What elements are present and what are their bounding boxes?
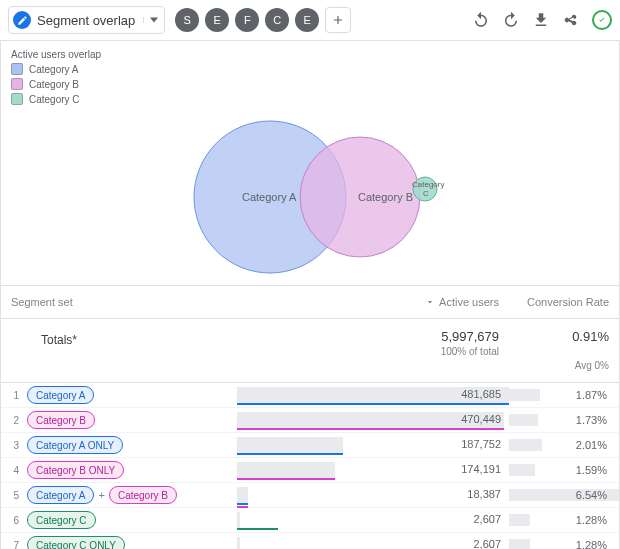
table-row: 4Category B ONLY174,1911.59% <box>1 458 619 483</box>
bar-cell: 187,752 <box>237 434 509 456</box>
table-row: 1Category A481,6851.87% <box>1 383 619 408</box>
conversion-value: 2.01% <box>576 439 607 451</box>
segment-chip[interactable]: Category A <box>27 386 94 404</box>
totals-active: 5,997,679 <box>247 329 499 344</box>
bar-cell: 174,191 <box>237 459 509 481</box>
legend-swatch <box>11 78 23 90</box>
segment-cell: Category B ONLY <box>27 458 237 482</box>
segment-chip[interactable]: Category B ONLY <box>27 461 124 479</box>
conversion-cell: 1.87% <box>509 389 619 401</box>
segment-cell: Category A+Category B <box>27 483 237 507</box>
conversion-cell: 6.54% <box>509 489 619 501</box>
bar-color <box>237 453 343 455</box>
bar-cell: 2,607 <box>237 534 509 549</box>
table-row: 7Category C ONLY2,6071.28% <box>1 533 619 549</box>
row-index: 6 <box>1 515 27 526</box>
conversion-value: 6.54% <box>576 489 607 501</box>
download-icon[interactable] <box>532 11 550 29</box>
sort-down-icon <box>425 297 435 307</box>
conversion-cell: 1.59% <box>509 464 619 476</box>
totals-row: Totals* 5,997,679 100% of total 0.91% Av… <box>1 319 619 383</box>
report-card: Active users overlap Category ACategory … <box>0 41 620 549</box>
conversion-bar <box>509 389 540 401</box>
tab-letter[interactable]: S <box>175 8 199 32</box>
row-index: 5 <box>1 490 27 501</box>
bar-main <box>237 537 240 549</box>
active-users-value: 470,449 <box>461 413 501 425</box>
segment-chip[interactable]: Category C <box>27 511 96 529</box>
totals-active-sub: 100% of total <box>441 346 499 357</box>
row-index: 7 <box>1 540 27 550</box>
redo-icon[interactable] <box>502 11 520 29</box>
report-title: Segment overlap <box>37 13 135 28</box>
legend-label: Category B <box>29 79 79 90</box>
active-users-value: 2,607 <box>473 513 501 525</box>
bar-main <box>237 512 240 528</box>
col-active-users[interactable]: Active users <box>237 286 509 318</box>
plus-separator: + <box>98 489 104 501</box>
share-icon[interactable] <box>562 11 580 29</box>
bar-main <box>237 437 343 453</box>
row-index: 1 <box>1 390 27 401</box>
bar-color <box>237 478 335 480</box>
venn-label-a: Category A <box>242 191 297 203</box>
conversion-value: 1.28% <box>576 514 607 526</box>
bar-color <box>237 503 248 505</box>
table-row: 5Category A+Category B18,3876.54% <box>1 483 619 508</box>
conversion-bar <box>509 539 530 549</box>
legend-swatch <box>11 63 23 75</box>
bar-cell: 481,685 <box>237 384 509 406</box>
title-dropdown-icon[interactable] <box>143 17 158 23</box>
edit-icon <box>13 11 31 29</box>
conversion-cell: 1.73% <box>509 414 619 426</box>
tab-letter[interactable]: E <box>295 8 319 32</box>
conversion-value: 1.87% <box>576 389 607 401</box>
tab-letter[interactable]: F <box>235 8 259 32</box>
legend: Active users overlap Category ACategory … <box>1 41 619 105</box>
bar-color <box>237 403 509 405</box>
tab-letter[interactable]: E <box>205 8 229 32</box>
conversion-value: 1.73% <box>576 414 607 426</box>
segment-chip[interactable]: Category B <box>27 411 95 429</box>
conversion-cell: 1.28% <box>509 514 619 526</box>
conversion-value: 1.28% <box>576 539 607 549</box>
bar-cell: 18,387 <box>237 484 509 506</box>
venn-label-b: Category B <box>358 191 413 203</box>
conversion-bar <box>509 414 538 426</box>
legend-item: Category B <box>11 78 609 90</box>
segment-cell: Category A <box>27 383 237 407</box>
totals-conv: 0.91% <box>519 329 609 344</box>
col-segment[interactable]: Segment set <box>1 286 237 318</box>
segment-cell: Category B <box>27 408 237 432</box>
legend-title: Active users overlap <box>11 49 609 60</box>
segment-cell: Category A ONLY <box>27 433 237 457</box>
table-body: 1Category A481,6851.87%2Category B470,44… <box>1 383 619 549</box>
conversion-cell: 2.01% <box>509 439 619 451</box>
conversion-bar <box>509 464 535 476</box>
active-users-value: 481,685 <box>461 388 501 400</box>
row-index: 3 <box>1 440 27 451</box>
bar-cell: 2,607 <box>237 509 509 531</box>
tab-letter[interactable]: C <box>265 8 289 32</box>
conversion-bar <box>509 439 542 451</box>
active-users-value: 2,607 <box>473 538 501 549</box>
col-conversion[interactable]: Conversion Rate <box>509 286 619 318</box>
row-index: 2 <box>1 415 27 426</box>
bar-color <box>237 528 278 530</box>
segment-cell: Category C <box>27 508 237 532</box>
tab-letters: SEFCE <box>175 8 319 32</box>
active-users-value: 18,387 <box>467 488 501 500</box>
status-shield-icon[interactable] <box>592 10 612 30</box>
legend-label: Category A <box>29 64 78 75</box>
legend-item: Category C <box>11 93 609 105</box>
totals-conv-sub: Avg 0% <box>575 360 609 371</box>
segment-chip[interactable]: Category B <box>109 486 177 504</box>
report-title-chip[interactable]: Segment overlap <box>8 6 165 34</box>
active-users-value: 187,752 <box>461 438 501 450</box>
segment-chip[interactable]: Category A <box>27 486 94 504</box>
undo-icon[interactable] <box>472 11 490 29</box>
conversion-bar <box>509 514 530 526</box>
segment-chip[interactable]: Category C ONLY <box>27 536 125 549</box>
add-tab-button[interactable] <box>325 7 351 33</box>
segment-chip[interactable]: Category A ONLY <box>27 436 123 454</box>
